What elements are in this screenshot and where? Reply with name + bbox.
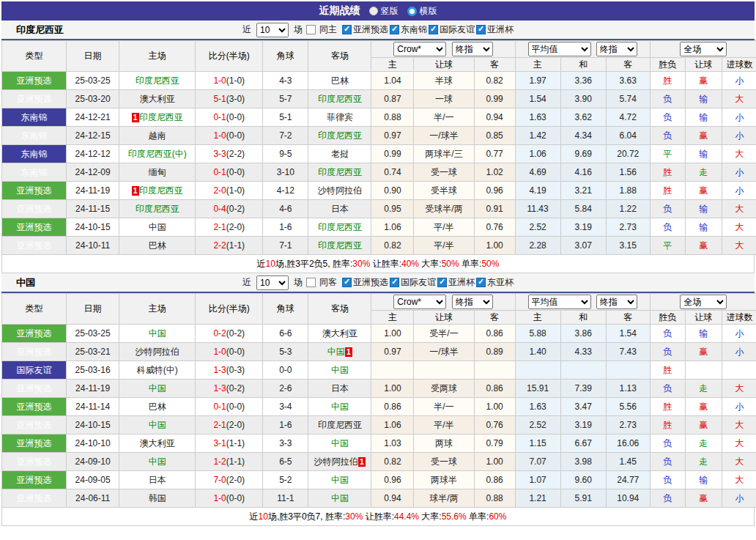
final-odds-select[interactable]: 终指 <box>452 42 493 56</box>
summary-text: 近 <box>257 259 266 269</box>
result-label: 大 <box>735 475 744 485</box>
odds-select-group: Crow* 终指 <box>371 41 515 58</box>
summary-text: 55.6% <box>442 511 467 522</box>
fulltime-score: 0-4 <box>213 204 226 214</box>
match-row: 亚洲预选24-06-11韩国1-0(0-0)11-1中国0.94球半/两0.88… <box>2 489 756 508</box>
result-wdl-cell: 负 <box>650 471 685 489</box>
result-goals-cell: 大 <box>722 145 756 163</box>
checkbox-checked-icon[interactable] <box>342 278 352 287</box>
average-select-group: 平均值 终指 <box>515 41 650 58</box>
match-date: 24-11-15 <box>67 200 119 218</box>
odds-away-cell: 0.91 <box>474 200 515 218</box>
summary-text: 场,胜3平0负7, 胜率: <box>268 511 345 522</box>
average-select[interactable]: 平均值 <box>528 42 591 56</box>
same-venue-checkbox[interactable] <box>306 278 316 287</box>
result-goals-cell: 大 <box>722 200 756 218</box>
odds-away-cell: 0.88 <box>474 489 515 508</box>
team-label: 印度尼西亚 <box>318 167 362 177</box>
result-label: 走 <box>699 456 708 467</box>
match-date: 24-10-11 <box>67 237 119 255</box>
avg-draw-cell: 6.67 <box>560 434 606 453</box>
league-filter[interactable]: 亚洲预选 <box>342 276 388 289</box>
final-average-select[interactable]: 终指 <box>596 295 637 309</box>
match-date: 24-09-10 <box>67 453 119 471</box>
fulltime-select[interactable]: 全场 <box>680 295 727 309</box>
match-count-select[interactable]: 10 <box>256 23 289 37</box>
league-filter[interactable]: 国际友谊 <box>429 23 475 36</box>
score-cell: 2-0(1-0) <box>196 182 263 200</box>
team-label: 中国 <box>149 456 166 467</box>
checkbox-checked-icon[interactable] <box>390 25 399 34</box>
avg-home-cell: 1.40 <box>515 343 560 361</box>
league-filter[interactable]: 亚洲杯 <box>437 276 475 289</box>
checkbox-checked-icon[interactable] <box>429 25 438 34</box>
league-filter[interactable]: 亚洲预选 <box>342 23 388 36</box>
result-label: 小 <box>735 185 744 196</box>
score-cell: 1-0(0-0) <box>196 343 263 361</box>
odds-away-cell: 0.79 <box>474 434 515 453</box>
summary-text: 60% <box>489 511 506 522</box>
league-type-badge: 亚洲预选 <box>2 471 67 489</box>
summary-text: 10 <box>266 259 275 269</box>
checkbox-checked-icon[interactable] <box>476 25 486 34</box>
result-handicap-cell: 输 <box>685 145 722 163</box>
summary-text: 近 <box>250 511 259 522</box>
odds-away-cell: 0.76 <box>474 416 515 434</box>
odds-away-cell: 1.02 <box>474 163 515 182</box>
fulltime-score: 2-1 <box>213 420 226 430</box>
league-filter[interactable]: 东南锦 <box>390 23 427 36</box>
same-venue-checkbox[interactable] <box>306 25 316 34</box>
checkbox-checked-icon[interactable] <box>437 278 447 287</box>
layout-radio-horizontal[interactable]: 横版 <box>407 5 437 18</box>
final-odds-select[interactable]: 终指 <box>452 295 493 309</box>
corner-cell: 6-5 <box>263 453 308 471</box>
league-label: 亚洲预选 <box>353 276 388 289</box>
corner-cell: 5-1 <box>263 108 308 127</box>
result-label: 输 <box>699 149 708 159</box>
result-label: 小 <box>735 402 744 412</box>
away-team-cell: 日本 <box>308 380 371 398</box>
radio-horizontal-label: 横版 <box>420 5 437 18</box>
league-filter[interactable]: 国际友谊 <box>390 276 436 289</box>
team-label: 中国 <box>331 475 349 485</box>
league-type-badge: 亚洲预选 <box>2 237 67 255</box>
team-label: 巴林 <box>149 402 166 412</box>
match-date: 24-10-10 <box>67 434 119 453</box>
result-goals-cell: 小 <box>722 163 756 182</box>
bookmaker-select[interactable]: Crow* <box>393 295 446 309</box>
radio-selected-icon[interactable] <box>369 7 378 15</box>
result-label: 赢 <box>699 347 708 357</box>
fulltime-select[interactable]: 全场 <box>680 42 727 56</box>
avg-away-cell: 1.22 <box>606 200 650 218</box>
checkbox-checked-icon[interactable] <box>390 278 399 287</box>
odds-away-cell: 1.00 <box>474 453 515 471</box>
odds-away-cell: 0.96 <box>474 182 515 200</box>
league-filter[interactable]: 亚洲杯 <box>476 23 514 36</box>
match-count-select[interactable]: 10 <box>256 275 289 290</box>
league-filter[interactable]: 东亚杯 <box>476 276 514 289</box>
checkbox-checked-icon[interactable] <box>342 25 352 34</box>
result-wdl-cell: 胜 <box>650 163 685 182</box>
final-average-select[interactable]: 终指 <box>596 42 637 56</box>
result-label: 负 <box>663 456 672 467</box>
corner-cell: 11-1 <box>263 489 308 508</box>
odds-away-cell: 1.00 <box>474 398 515 416</box>
match-row: 亚洲预选24-10-15中国2-1(2-0)1-6印度尼西亚1.06平/半0.7… <box>2 218 756 237</box>
result-goals-cell: 大 <box>722 471 756 489</box>
radio-unselected-icon[interactable] <box>407 7 417 16</box>
avg-home-cell: 7.07 <box>515 453 560 471</box>
bookmaker-select[interactable]: Crow* <box>393 42 446 56</box>
odds-home-cell: 0.94 <box>371 489 414 508</box>
summary-text: 30% <box>352 259 370 269</box>
league-type-badge: 东南锦 <box>2 145 67 163</box>
home-team-cell: 中国 <box>119 453 196 471</box>
result-handicap-cell: 走 <box>685 434 722 453</box>
col-header-type: 类型 <box>2 41 67 72</box>
average-select[interactable]: 平均值 <box>528 295 591 309</box>
match-row: 东南锦24-12-09缅甸0-1(0-0)3-10印度尼西亚0.74受一球1.0… <box>2 163 756 182</box>
checkbox-checked-icon[interactable] <box>476 278 486 287</box>
avg-away-cell <box>606 361 650 380</box>
avg-away-cell: 10.94 <box>606 489 650 508</box>
layout-radio-vertical[interactable]: 竖版 <box>369 5 399 18</box>
corner-cell: 9-5 <box>263 145 308 163</box>
